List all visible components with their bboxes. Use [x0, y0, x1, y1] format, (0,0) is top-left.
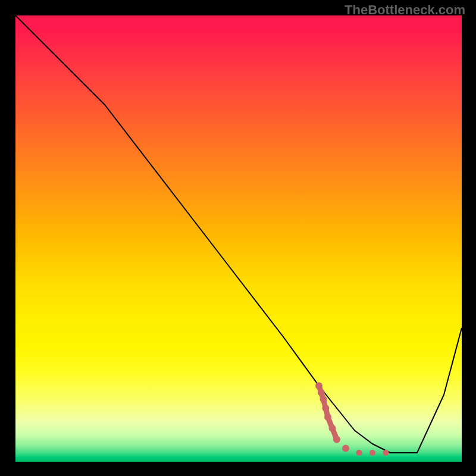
svg-point-0 — [315, 383, 322, 390]
svg-point-7 — [342, 445, 349, 452]
svg-point-6 — [333, 436, 340, 443]
svg-point-8 — [356, 450, 362, 456]
watermark-text: TheBottleneck.com — [345, 2, 465, 18]
chart-plot-area — [15, 15, 462, 462]
bottleneck-curve-line — [15, 15, 462, 453]
svg-point-10 — [383, 450, 389, 456]
svg-point-3 — [322, 405, 329, 412]
svg-point-1 — [318, 389, 325, 396]
svg-point-4 — [324, 414, 331, 421]
svg-point-2 — [320, 396, 327, 403]
highlight-segment-dots — [315, 383, 389, 456]
svg-point-5 — [329, 425, 336, 432]
chart-svg — [15, 15, 462, 462]
svg-point-9 — [369, 450, 375, 456]
